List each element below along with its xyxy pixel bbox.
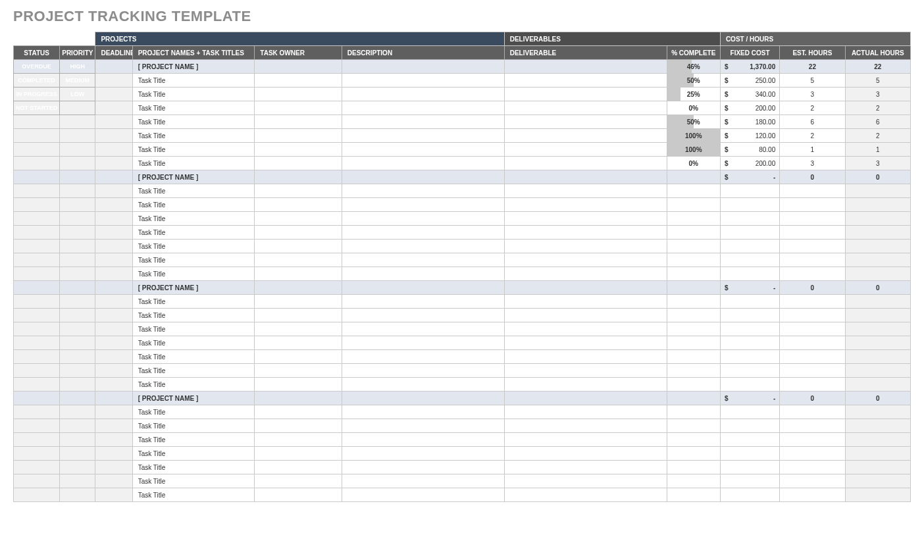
status-cell[interactable] (14, 295, 60, 309)
est-cell[interactable]: 0 (780, 170, 845, 184)
priority-cell[interactable] (60, 405, 95, 419)
deliv-cell[interactable] (504, 322, 667, 336)
desc-cell[interactable] (342, 336, 504, 350)
desc-cell[interactable] (342, 129, 504, 143)
task-name[interactable]: Task Title (132, 198, 255, 212)
pct-cell[interactable] (667, 392, 720, 405)
cost-cell[interactable] (720, 309, 779, 322)
status-cell[interactable] (14, 253, 60, 267)
deadline-cell[interactable] (95, 488, 132, 502)
pct-cell[interactable]: 0% (667, 101, 720, 115)
desc-cell[interactable] (342, 143, 504, 157)
desc-cell[interactable] (342, 74, 504, 88)
status-cell[interactable] (14, 129, 60, 143)
task-name[interactable]: Task Title (132, 115, 255, 129)
cost-cell[interactable]: $180.00 (720, 115, 779, 129)
est-cell[interactable]: 5 (780, 74, 845, 88)
cost-cell[interactable]: $- (720, 392, 779, 405)
pct-cell[interactable] (667, 461, 720, 474)
priority-cell[interactable] (60, 392, 95, 405)
desc-cell[interactable] (342, 378, 504, 392)
cost-cell[interactable] (720, 198, 779, 212)
deliv-cell[interactable] (504, 129, 667, 143)
priority-cell[interactable] (60, 419, 95, 433)
act-cell[interactable] (845, 474, 910, 488)
cost-cell[interactable] (720, 378, 779, 392)
est-cell[interactable]: 6 (780, 115, 845, 129)
deadline-cell[interactable] (95, 447, 132, 461)
owner-cell[interactable] (255, 129, 342, 143)
act-cell[interactable] (845, 433, 910, 447)
status-cell[interactable] (14, 267, 60, 281)
project-name[interactable]: [ PROJECT NAME ] (132, 392, 255, 405)
status-cell[interactable] (14, 336, 60, 350)
owner-cell[interactable] (255, 60, 342, 74)
est-cell[interactable] (780, 419, 845, 433)
owner-cell[interactable] (255, 184, 342, 198)
act-cell[interactable] (845, 336, 910, 350)
est-cell[interactable] (780, 184, 845, 198)
pct-cell[interactable] (667, 253, 720, 267)
deadline-cell[interactable] (95, 405, 132, 419)
cost-cell[interactable] (720, 253, 779, 267)
status-cell[interactable] (14, 281, 60, 295)
task-name[interactable]: Task Title (132, 184, 255, 198)
owner-cell[interactable] (255, 295, 342, 309)
deadline-cell[interactable] (95, 433, 132, 447)
deliv-cell[interactable] (504, 295, 667, 309)
priority-cell[interactable] (60, 157, 95, 170)
cost-cell[interactable]: $120.00 (720, 129, 779, 143)
act-cell[interactable] (845, 461, 910, 474)
deadline-cell[interactable] (95, 143, 132, 157)
desc-cell[interactable] (342, 419, 504, 433)
deadline-cell[interactable] (95, 364, 132, 378)
owner-cell[interactable] (255, 309, 342, 322)
deadline-cell[interactable] (95, 267, 132, 281)
owner-cell[interactable] (255, 267, 342, 281)
cost-cell[interactable] (720, 295, 779, 309)
owner-cell[interactable] (255, 212, 342, 226)
cost-cell[interactable] (720, 405, 779, 419)
task-name[interactable]: Task Title (132, 461, 255, 474)
desc-cell[interactable] (342, 364, 504, 378)
deliv-cell[interactable] (504, 157, 667, 170)
act-cell[interactable]: 0 (845, 170, 910, 184)
act-cell[interactable] (845, 364, 910, 378)
deadline-cell[interactable] (95, 212, 132, 226)
pct-cell[interactable] (667, 198, 720, 212)
act-cell[interactable] (845, 240, 910, 253)
desc-cell[interactable] (342, 405, 504, 419)
priority-cell[interactable] (60, 322, 95, 336)
owner-cell[interactable] (255, 433, 342, 447)
status-cell[interactable] (14, 157, 60, 170)
deliv-cell[interactable] (504, 226, 667, 240)
status-cell[interactable] (14, 378, 60, 392)
pct-cell[interactable] (667, 378, 720, 392)
status-cell[interactable] (14, 240, 60, 253)
desc-cell[interactable] (342, 295, 504, 309)
deliv-cell[interactable] (504, 392, 667, 405)
deliv-cell[interactable] (504, 419, 667, 433)
act-cell[interactable]: 5 (845, 74, 910, 88)
deliv-cell[interactable] (504, 405, 667, 419)
act-cell[interactable] (845, 267, 910, 281)
desc-cell[interactable] (342, 267, 504, 281)
status-cell[interactable] (14, 226, 60, 240)
pct-cell[interactable] (667, 419, 720, 433)
cost-cell[interactable] (720, 488, 779, 502)
owner-cell[interactable] (255, 253, 342, 267)
owner-cell[interactable] (255, 336, 342, 350)
deliv-cell[interactable] (504, 488, 667, 502)
status-cell[interactable] (14, 184, 60, 198)
deadline-cell[interactable] (95, 474, 132, 488)
task-name[interactable]: Task Title (132, 129, 255, 143)
status-cell[interactable] (14, 405, 60, 419)
act-cell[interactable]: 3 (845, 88, 910, 101)
deliv-cell[interactable] (504, 60, 667, 74)
project-name[interactable]: [ PROJECT NAME ] (132, 170, 255, 184)
est-cell[interactable]: 22 (780, 60, 845, 74)
owner-cell[interactable] (255, 378, 342, 392)
est-cell[interactable]: 1 (780, 143, 845, 157)
desc-cell[interactable] (342, 226, 504, 240)
act-cell[interactable]: 2 (845, 129, 910, 143)
